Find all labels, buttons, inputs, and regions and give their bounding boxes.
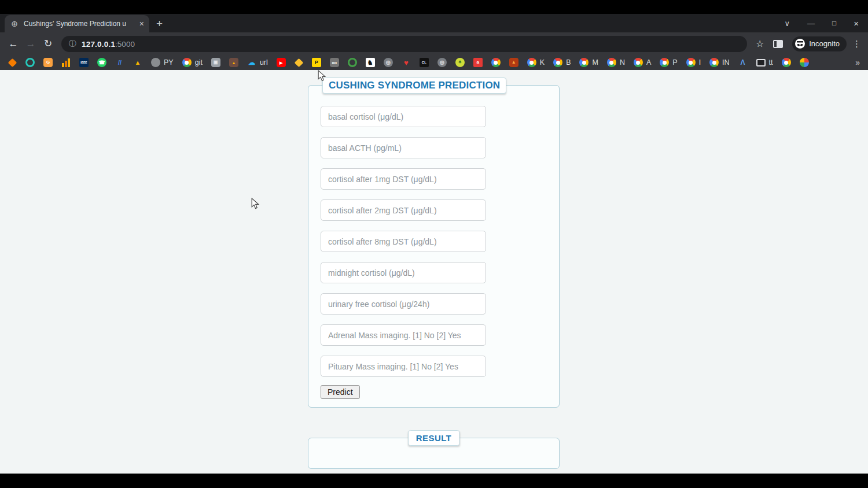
- google-icon: [553, 58, 562, 67]
- predict-button[interactable]: Predict: [321, 385, 360, 399]
- url-host: 127.0.0.1: [82, 40, 115, 49]
- red-app-icon: a: [473, 58, 483, 67]
- py-site-icon: [151, 58, 160, 67]
- bookmark-item[interactable]: tt: [756, 58, 773, 66]
- bookmark-item[interactable]: oo: [330, 58, 339, 67]
- google-ads-icon: //: [115, 58, 124, 67]
- bookmark-label: B: [566, 58, 571, 66]
- browser-toolbar: ← → ↻ ⓘ 127.0.0.1:5000 ☆ Incognito ⋮: [0, 32, 868, 55]
- text-input[interactable]: [321, 106, 486, 127]
- bookmark-item[interactable]: [348, 58, 357, 67]
- bookmark-item[interactable]: [25, 58, 35, 67]
- browser-menu-icon[interactable]: ⋮: [851, 39, 863, 49]
- bookmarks-list: GIEEE☎//▲PYgit▣▲☁url▶Poo♞⊕♥CL⊕✦a▲KBMNAPI…: [8, 58, 849, 67]
- text-input[interactable]: [321, 356, 486, 377]
- orange-app-icon: G: [43, 58, 53, 67]
- bookmark-label: git: [195, 58, 203, 66]
- bim-logo-icon: ▲: [229, 58, 238, 67]
- url-text: 127.0.0.1:5000: [82, 39, 135, 49]
- bookmark-item[interactable]: A: [634, 58, 651, 67]
- incognito-label: Incognito: [809, 39, 840, 48]
- site-info-icon[interactable]: ⓘ: [69, 39, 76, 49]
- bookmark-item[interactable]: IEEE: [79, 58, 89, 67]
- text-input[interactable]: [321, 324, 486, 346]
- bookmark-label: PY: [164, 58, 174, 66]
- bookmark-item[interactable]: ⊕: [437, 58, 447, 67]
- bookmark-item[interactable]: ♥: [402, 58, 411, 67]
- close-window-button[interactable]: ×: [854, 19, 859, 28]
- new-tab-button[interactable]: +: [156, 18, 163, 29]
- bookmark-item[interactable]: M: [579, 58, 598, 67]
- back-button[interactable]: ←: [5, 38, 22, 50]
- browser-tab[interactable]: ⊕ Cushings' Syndrome Prediction u ×: [5, 15, 149, 32]
- bookmark-item[interactable]: [800, 58, 809, 67]
- coin-icon: ✦: [455, 58, 465, 67]
- bookmark-item[interactable]: ▶: [277, 58, 286, 67]
- analytics-bars-icon: [61, 58, 71, 67]
- bookmark-label: N: [620, 58, 625, 66]
- reload-button[interactable]: ↻: [39, 38, 57, 50]
- tab-strip: ⊕ Cushings' Syndrome Prediction u × + ∨ …: [0, 14, 868, 32]
- bookmark-item[interactable]: ☎: [97, 58, 106, 67]
- tab-close-icon[interactable]: ×: [139, 19, 144, 28]
- bookmark-label: M: [592, 58, 598, 66]
- globe-site-icon: ⊕: [437, 58, 447, 67]
- swirl-icon: [25, 58, 35, 67]
- restore-button[interactable]: □: [832, 20, 836, 27]
- bookmark-item[interactable]: K: [527, 58, 545, 67]
- bookmark-item[interactable]: Λ: [738, 58, 748, 67]
- bookmark-item[interactable]: IN: [709, 58, 730, 67]
- bookmark-item[interactable]: ☁url: [247, 58, 268, 67]
- bookmarks-overflow-icon[interactable]: »: [855, 58, 860, 67]
- globe-favicon-icon: ⊕: [10, 19, 19, 28]
- heart-icon: ♥: [402, 58, 411, 67]
- bookmark-label: P: [672, 58, 677, 66]
- monitor-icon: [756, 59, 766, 66]
- bookmark-item[interactable]: [782, 58, 791, 67]
- bookmark-item[interactable]: CL: [420, 58, 429, 67]
- minimize-button[interactable]: —: [807, 20, 815, 27]
- bookmark-item[interactable]: P: [660, 58, 677, 67]
- text-input[interactable]: [321, 137, 486, 158]
- bookmark-item[interactable]: git: [182, 58, 203, 67]
- google-photos-icon: [800, 58, 809, 67]
- bookmark-item[interactable]: ♞: [366, 58, 375, 67]
- tab-search-chevron-icon[interactable]: ∨: [784, 20, 790, 27]
- bookmark-item[interactable]: ✦: [455, 58, 465, 67]
- bookmark-item[interactable]: ▲: [229, 58, 238, 67]
- bookmark-label: url: [260, 58, 268, 66]
- google-icon: [527, 58, 536, 67]
- bookmark-item[interactable]: [295, 60, 303, 66]
- google-icon: [686, 58, 696, 67]
- bookmark-item[interactable]: G: [43, 58, 53, 67]
- bookmark-item[interactable]: [61, 58, 71, 67]
- text-input[interactable]: [321, 262, 486, 283]
- bookmark-item[interactable]: ▲: [509, 58, 518, 67]
- bookmark-item[interactable]: ▲: [133, 58, 142, 67]
- bookmark-star-icon[interactable]: ☆: [752, 38, 768, 49]
- bookmark-item[interactable]: P: [312, 58, 321, 67]
- bookmark-item[interactable]: ▣: [211, 58, 220, 67]
- text-input[interactable]: [321, 231, 486, 252]
- bookmark-item[interactable]: //: [115, 58, 124, 67]
- bookmark-item[interactable]: I: [686, 58, 701, 67]
- forward-button[interactable]: →: [22, 38, 39, 50]
- green-ring-icon: [348, 58, 357, 67]
- bookmarks-bar: GIEEE☎//▲PYgit▣▲☁url▶Poo♞⊕♥CL⊕✦a▲KBMNAPI…: [0, 55, 868, 70]
- bookmark-item[interactable]: ⊕: [384, 58, 393, 67]
- bookmark-item[interactable]: [8, 60, 17, 66]
- bookmark-item[interactable]: PY: [151, 58, 174, 67]
- triangle-logo-icon: ▲: [133, 58, 142, 67]
- text-input[interactable]: [321, 199, 486, 221]
- url-bar[interactable]: ⓘ 127.0.0.1:5000: [61, 36, 747, 52]
- side-panel-icon[interactable]: [773, 40, 783, 48]
- bookmark-item[interactable]: B: [553, 58, 571, 67]
- bookmark-item[interactable]: N: [607, 58, 625, 67]
- letterbox-bottom: [0, 474, 868, 488]
- bookmark-item[interactable]: [491, 58, 501, 67]
- google-icon: [634, 58, 643, 67]
- window-controls: ∨ — □ ×: [784, 19, 868, 28]
- text-input[interactable]: [321, 293, 486, 315]
- bookmark-item[interactable]: a: [473, 58, 483, 67]
- text-input[interactable]: [321, 168, 486, 190]
